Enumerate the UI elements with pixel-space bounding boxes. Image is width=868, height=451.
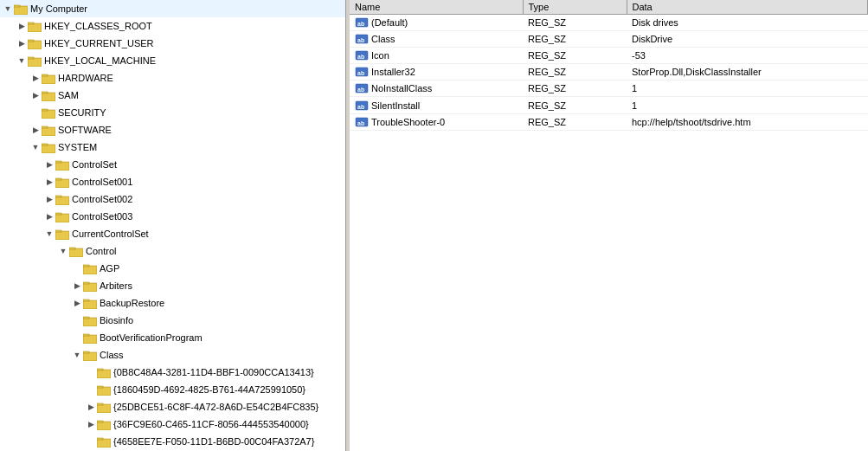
folder-icon-class [83,349,97,361]
tree-node-currentcontrolset[interactable]: ▼ CurrentControlSet [42,225,345,242]
svg-rect-2 [28,23,42,32]
col-header-type[interactable]: Type [523,0,627,15]
expand-icon-my-computer[interactable]: ▼ [2,3,14,15]
svg-rect-24 [55,214,69,222]
tree-node-controlset003[interactable]: ▶ ControlSet003 [42,208,345,225]
svg-rect-14 [42,127,55,136]
svg-rect-12 [42,110,55,119]
tree-label-local-machine: HKEY_LOCAL_MACHINE [44,53,156,68]
col-header-data[interactable]: Data [627,0,868,15]
svg-rect-46 [97,404,111,413]
expand-icon-controlset002[interactable]: ▶ [43,193,55,205]
table-row[interactable]: ab (Default)REG_SZDisk drives [350,15,868,31]
value-type: REG_SZ [523,48,627,64]
value-data: 1 [627,97,868,113]
expand-icon-classes-root[interactable]: ▶ [16,20,28,32]
tree-node-system[interactable]: ▼ SYSTEM [28,139,345,156]
folder-icon-guid3 [97,401,111,413]
table-row[interactable]: ab ClassREG_SZDiskDrive [350,31,868,48]
svg-text:ab: ab [357,37,364,43]
my-computer-children: ▶ HKEY_CLASSES_ROOT ▶ [0,17,345,451]
svg-rect-45 [97,386,103,388]
tree-node-hardware[interactable]: ▶ HARDWARE [28,69,345,87]
expand-icon-hardware[interactable]: ▶ [29,72,42,84]
svg-rect-33 [83,282,89,284]
table-row[interactable]: ab TroubleShooter-0REG_SZhcp://help/tsho… [350,113,868,130]
expand-icon-control[interactable]: ▼ [57,245,69,257]
tree-node-bootverificationprogram[interactable]: ▶ BootVerificationProgram [69,329,345,346]
tree-node-arbiters[interactable]: ▶ Arbiters [69,277,345,294]
tree-node-security[interactable]: ▶ SECURITY [28,104,345,121]
tree-label-classes-root: HKEY_CLASSES_ROOT [44,18,152,34]
tree-node-backuprestore[interactable]: ▶ BackupRestore [69,294,345,312]
tree-node-guid5[interactable]: ▶ {4658EE7E-F050-11D1-B6BD-00C04FA372A7} [83,433,345,450]
value-type: REG_SZ [523,113,627,130]
tree-node-controlset[interactable]: ▶ ControlSet [42,156,345,173]
tree-label-sam: SAM [58,87,79,103]
expand-icon-sam[interactable]: ▶ [29,89,42,101]
tree-node-hkey-local-machine[interactable]: ▼ HKEY_LOCAL_MACHINE [14,52,345,69]
expand-icon-controlset003[interactable]: ▶ [43,210,55,222]
svg-rect-34 [83,300,97,309]
svg-rect-17 [42,144,48,145]
svg-rect-10 [42,93,55,101]
tree-node-hkey-current-user[interactable]: ▶ HKEY_CURRENT_USER [14,35,345,52]
table-row[interactable]: ab SilentInstallREG_SZ1 [350,97,868,113]
folder-icon-arbiters [83,280,97,292]
expand-icon-guid3[interactable]: ▶ [85,401,97,413]
reg-string-icon: ab [355,16,371,29]
tree-label-guid1: {0B8C48A4-3281-11D4-BBF1-0090CCA13413} [113,364,314,380]
expand-icon-class[interactable]: ▼ [71,349,83,361]
svg-rect-22 [55,197,69,205]
expand-icon-system[interactable]: ▼ [29,141,42,153]
tree-label-my-computer: My Computer [30,1,87,16]
expand-icon-currentcontrolset[interactable]: ▼ [43,228,55,240]
expand-icon-controlset001[interactable]: ▶ [43,176,55,188]
tree-node-controlset002[interactable]: ▶ ControlSet002 [42,190,345,208]
tree-node-my-computer[interactable]: ▼ My Computer [0,0,345,17]
col-header-name[interactable]: Name [350,0,523,15]
tree-label-controlset003: ControlSet003 [72,209,132,224]
svg-rect-47 [97,403,103,405]
svg-rect-11 [42,92,48,93]
system-children: ▶ ControlSet ▶ [28,156,345,451]
tree-root: ▼ My Computer ▶ [0,0,345,451]
tree-node-guid1[interactable]: ▶ {0B8C48A4-3281-11D4-BBF1-0090CCA13413} [83,364,345,381]
tree-node-hkey-classes-root[interactable]: ▶ HKEY_CLASSES_ROOT [14,17,345,35]
table-row[interactable]: ab NoInstallClassREG_SZ1 [350,81,868,97]
tree-node-biosinfo[interactable]: ▶ Biosinfo [69,312,345,329]
tree-node-software[interactable]: ▶ SOFTWARE [28,121,345,139]
svg-rect-16 [42,145,55,153]
svg-rect-32 [83,283,97,292]
tree-node-class[interactable]: ▼ Class [69,346,345,364]
tree-node-guid2[interactable]: ▶ {1860459D-4692-4825-B761-44A725991050} [83,381,345,398]
svg-rect-29 [69,248,75,249]
expand-icon-controlset[interactable]: ▶ [43,158,55,171]
folder-icon-my-computer [14,3,28,15]
svg-rect-49 [97,421,103,422]
value-type: REG_SZ [523,31,627,48]
reg-string-icon: ab [355,116,371,128]
tree-node-sam[interactable]: ▶ SAM [28,87,345,104]
expand-icon-backuprestore[interactable]: ▶ [71,297,83,309]
svg-rect-3 [28,23,34,24]
tree-node-guid4[interactable]: ▶ {36FC9E60-C465-11CF-8056-444553540000} [83,416,345,433]
svg-rect-35 [83,300,89,301]
expand-icon-arbiters[interactable]: ▶ [71,280,83,292]
tree-node-guid3[interactable]: ▶ {25DBCE51-6C8F-4A72-8A6D-E54C2B4FC835} [83,398,345,416]
svg-rect-40 [83,352,97,361]
expand-icon-guid4[interactable]: ▶ [85,418,97,430]
tree-node-control[interactable]: ▼ Control [55,242,345,260]
tree-label-guid4: {36FC9E60-C465-11CF-8056-444553540000} [113,416,309,432]
tree-node-agp[interactable]: ▶ AGP [69,260,345,277]
table-row[interactable]: ab IconREG_SZ-53 [350,48,868,64]
svg-rect-36 [83,318,97,326]
expand-icon-current-user[interactable]: ▶ [16,37,28,49]
value-data: Disk drives [627,15,868,31]
svg-text:ab: ab [357,70,364,76]
tree-node-controlset001[interactable]: ▶ ControlSet001 [42,173,345,190]
table-row[interactable]: ab Installer32REG_SZStorProp.Dll,DiskCla… [350,64,868,81]
expand-icon-local-machine[interactable]: ▼ [16,55,28,67]
expand-icon-software[interactable]: ▶ [29,124,42,136]
svg-rect-37 [83,317,89,319]
